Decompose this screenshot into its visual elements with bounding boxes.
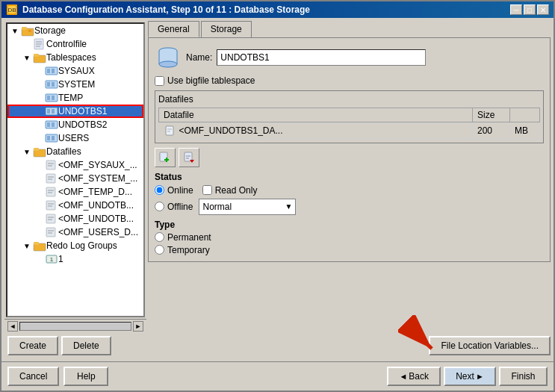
tree-node-omf-undotb2[interactable]: <OMF_UNDOTB...	[7, 212, 143, 225]
tree-node-omf-temp[interactable]: <OMF_TEMP_D...	[7, 185, 143, 199]
db-cylinder-icon	[155, 44, 182, 71]
tree-node-redo-groups[interactable]: ▼ Redo Log Groups	[7, 239, 143, 252]
svg-rect-29	[52, 136, 55, 140]
window-title: Database Configuration Assistant, Step 1…	[22, 4, 310, 15]
footer: Cancel Help ◄ Back Next ►	[1, 361, 554, 391]
status-section: Status Online Read Only	[155, 172, 544, 215]
svg-rect-31	[34, 148, 39, 151]
minimize-button[interactable]: ─	[510, 4, 522, 15]
bigfile-row: Use bigfile tablespace	[155, 75, 544, 86]
close-button[interactable]: ✕	[537, 4, 549, 15]
tree-node-omf-temp-label: <OMF_TEMP_D...	[58, 187, 132, 197]
svg-rect-26	[52, 122, 55, 127]
bigfile-checkbox[interactable]	[155, 76, 164, 86]
tree-node-omf-undotb2-label: <OMF_UNDOTB...	[58, 214, 134, 224]
file-location-button[interactable]: File Location Variables...	[429, 336, 551, 355]
tree-node-omf-users[interactable]: <OMF_USERS_D...	[7, 225, 143, 239]
type-section: Type Permanent Temporary	[155, 220, 544, 255]
tree-node-users[interactable]: USERS	[7, 131, 143, 145]
tree-node-omf-undotb[interactable]: <OMF_UNDOTB...	[7, 199, 143, 212]
tree-node-controlfile[interactable]: Controlfile	[7, 37, 143, 51]
help-button[interactable]: Help	[63, 367, 108, 386]
tree-node-redo-1[interactable]: 1 1	[7, 252, 143, 266]
offline-radio[interactable]	[155, 202, 164, 211]
svg-rect-20	[52, 96, 55, 100]
svg-rect-17	[52, 82, 55, 87]
create-delete-row: Create Delete	[4, 333, 146, 358]
tree-node-sysaux-label: SYSAUX	[58, 66, 95, 76]
tree-node-redo-groups-label: Redo Log Groups	[46, 240, 117, 251]
tree-panel[interactable]: ▼ Storage Controlfile ▼ Tablespaces	[6, 22, 145, 317]
tree-scroll-left-btn[interactable]: ◄	[7, 321, 18, 332]
tree-node-tablespaces[interactable]: ▼ Tablespaces	[7, 51, 143, 64]
tree-node-system[interactable]: SYSTEM	[7, 78, 143, 91]
permanent-label: Permanent	[167, 232, 211, 243]
temporary-radio[interactable]	[155, 245, 164, 255]
add-icon	[158, 151, 172, 164]
redo-groups-folder-icon	[33, 240, 46, 252]
omf-undotb2-icon	[45, 213, 58, 225]
permanent-radio[interactable]	[155, 232, 164, 242]
svg-rect-38	[46, 187, 55, 196]
readonly-checkbox[interactable]	[202, 185, 212, 195]
system-ts-icon	[45, 78, 58, 90]
svg-rect-14	[52, 69, 55, 73]
sysaux-ts-icon	[45, 65, 58, 77]
title-controls: ─ □ ✕	[510, 4, 549, 15]
status-online-row: Online Read Only	[155, 185, 544, 196]
svg-text:DB: DB	[7, 7, 16, 13]
finish-button[interactable]: Finish	[499, 367, 548, 386]
cancel-button[interactable]: Cancel	[7, 367, 59, 386]
omf-undotb-icon	[45, 199, 58, 211]
tree-node-tablespaces-label: Tablespaces	[46, 52, 96, 63]
tree-node-undotbs2[interactable]: UNDOTBS2	[7, 118, 143, 131]
svg-rect-16	[47, 82, 50, 87]
readonly-label: Read Only	[215, 185, 258, 196]
online-radio[interactable]	[155, 185, 164, 195]
svg-point-58	[159, 61, 177, 67]
name-input[interactable]	[217, 49, 426, 66]
create-button[interactable]: Create	[7, 336, 58, 355]
toolbar-row	[155, 148, 544, 167]
tree-node-undotbs1[interactable]: UNDOTBS1	[7, 105, 143, 118]
undotbs2-ts-icon	[45, 119, 58, 131]
tree-node-storage[interactable]: ▼ Storage	[7, 24, 143, 37]
expand-datafiles-icon[interactable]: ▼	[21, 148, 33, 156]
tree-scroll-right-btn[interactable]: ►	[133, 321, 143, 332]
table-row[interactable]: <OMF_UNDOTBS1_DA... 200 MB	[159, 122, 540, 140]
tab-general[interactable]: General	[148, 21, 199, 37]
tree-node-temp[interactable]: TEMP	[7, 91, 143, 105]
users-ts-icon	[45, 132, 58, 144]
svg-rect-51	[34, 242, 39, 245]
tree-node-users-label: USERS	[58, 133, 89, 143]
tree-node-datafiles[interactable]: ▼ Datafiles	[7, 145, 143, 158]
arrow-indicator	[398, 315, 443, 362]
maximize-button[interactable]: □	[524, 4, 536, 15]
svg-rect-23	[52, 109, 55, 113]
redo-1-icon: 1	[45, 253, 58, 265]
tree-node-datafiles-label: Datafiles	[46, 146, 81, 157]
next-button[interactable]: Next ►	[444, 367, 496, 386]
expand-tablespaces-icon[interactable]: ▼	[21, 54, 33, 62]
remove-datafile-button[interactable]	[179, 148, 199, 167]
permanent-row: Permanent	[155, 232, 544, 243]
tab-storage[interactable]: Storage	[201, 21, 252, 37]
delete-button[interactable]: Delete	[61, 336, 111, 355]
temporary-row: Temporary	[155, 245, 544, 255]
status-label: Status	[155, 172, 544, 182]
expand-storage-icon[interactable]: ▼	[9, 27, 21, 35]
tree-node-omf-system[interactable]: <OMF_SYSTEM_...	[7, 172, 143, 185]
tree-node-omf-sysaux[interactable]: <OMF_SYSAUX_...	[7, 158, 143, 172]
col-unit	[510, 108, 540, 122]
add-datafile-button[interactable]	[155, 148, 176, 167]
tree-node-sysaux[interactable]: SYSAUX	[7, 64, 143, 78]
normal-dropdown[interactable]: Normal ▼	[199, 199, 296, 215]
datafiles-folder-icon	[33, 146, 46, 158]
omf-users-icon	[45, 226, 58, 238]
datafile-name: <OMF_UNDOTBS1_DA...	[179, 125, 283, 136]
tablespaces-folder-icon	[33, 52, 46, 63]
back-button[interactable]: ◄ Back	[387, 367, 441, 386]
expand-redo-icon[interactable]: ▼	[21, 242, 33, 250]
temp-ts-icon	[45, 92, 58, 104]
omf-system-icon	[45, 172, 58, 184]
